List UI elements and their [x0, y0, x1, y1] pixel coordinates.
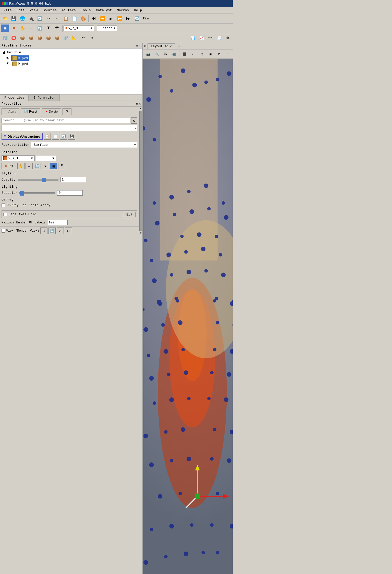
open-file-btn[interactable]: 📂	[1, 15, 9, 22]
display-save-btn[interactable]: 💾	[68, 133, 75, 140]
screenshot-btn[interactable]: 📷	[144, 50, 152, 58]
paste-btn[interactable]: 📄	[70, 15, 79, 22]
display-button[interactable]: Display (Unstructure	[2, 133, 43, 140]
hover-btn[interactable]: 🖱	[232, 50, 233, 58]
coloring-mode-select[interactable]: ▼	[36, 156, 56, 161]
orbit-btn[interactable]: ⊙	[88, 34, 96, 42]
specular-value[interactable]	[57, 190, 83, 196]
display-refresh-btn[interactable]: 🔄	[60, 133, 67, 140]
layout-add-btn[interactable]: +	[176, 44, 182, 49]
menu-catalyst[interactable]: Catalyst	[94, 8, 114, 13]
select-surface-btn[interactable]: ◻	[189, 50, 197, 58]
box4-btn[interactable]: 📦	[44, 34, 53, 42]
scrollbar-thumb[interactable]	[139, 111, 142, 231]
disconnect-btn[interactable]: 🔌	[27, 15, 35, 22]
view-btn[interactable]: ▣	[1, 25, 9, 32]
fav-btn[interactable]: ❤	[42, 163, 49, 169]
view-icon2[interactable]: 🔄	[48, 228, 56, 234]
color-btn[interactable]: 🎨	[79, 15, 87, 22]
box2-btn[interactable]: 📦	[27, 34, 35, 42]
text-btn[interactable]: T	[44, 25, 53, 32]
pipeline-cpvd[interactable]: C.pvd	[11, 55, 29, 61]
bar-chart-btn[interactable]: 📉	[215, 34, 223, 42]
prev-frame-btn[interactable]: ⏪	[98, 15, 106, 22]
box3-btn[interactable]: 📦	[36, 34, 44, 42]
properties-scrollbar[interactable]: ▲ ▼	[139, 107, 142, 235]
box1-btn[interactable]: 📦	[18, 34, 27, 42]
pipeline-float-btn[interactable]: ⊞	[136, 44, 138, 47]
polygon-select-btn[interactable]: ⬡	[224, 50, 232, 58]
interp-btn[interactable]: E	[58, 163, 65, 169]
reset-button[interactable]: 🔄 Reset	[21, 108, 40, 115]
pipeline-ppvd[interactable]: P.pvd	[11, 61, 29, 67]
opacity-slider[interactable]	[18, 179, 58, 181]
help-button[interactable]: ?	[63, 108, 71, 115]
connect-btn[interactable]: 🌐	[18, 15, 27, 22]
menu-macros[interactable]: Macros	[115, 8, 131, 13]
source-icon-btn[interactable]: ■	[10, 25, 18, 32]
arrows2-btn[interactable]: ⇔	[26, 163, 33, 169]
prop-close-btn[interactable]: ✕	[139, 102, 141, 106]
rescale-data-btn[interactable]: ✋	[17, 163, 24, 169]
redo-btn[interactable]: ↪	[53, 15, 61, 22]
view-checkbox[interactable]	[2, 229, 5, 233]
colorbar-btn[interactable]: ▦	[50, 163, 57, 169]
layout-tab-close[interactable]: ✕	[170, 44, 172, 48]
menu-help[interactable]: Help	[132, 8, 144, 13]
sphere-btn[interactable]: ⭕	[10, 34, 18, 42]
loop-btn[interactable]: 🔄	[133, 15, 141, 22]
display-copy-btn[interactable]: 📋	[44, 133, 51, 140]
coloring-var-select[interactable]: V_s_1 ▼	[2, 156, 35, 161]
opacity-thumb[interactable]	[42, 178, 46, 182]
max-labels-value[interactable]	[47, 220, 68, 225]
undo-btn[interactable]: ↩	[44, 15, 53, 22]
time-chart-btn[interactable]: 📈	[198, 34, 206, 42]
menu-view[interactable]: View	[28, 8, 40, 13]
menu-file[interactable]: File	[2, 8, 14, 13]
menu-edit[interactable]: Edit	[15, 8, 27, 13]
menu-filters[interactable]: Filters	[60, 8, 78, 13]
save-btn[interactable]: 💾	[10, 15, 18, 22]
chart-btn[interactable]: 📊	[189, 34, 197, 42]
rubber-band-btn[interactable]: ⬚	[198, 50, 206, 58]
copy-btn[interactable]: 📋	[62, 15, 70, 22]
apply-button[interactable]: ✓ Apply	[2, 108, 19, 115]
arrows-btn[interactable]: ⇔	[27, 25, 35, 32]
pipeline-close-btn[interactable]: ✕	[139, 44, 141, 47]
ospray-scale-checkbox[interactable]	[2, 204, 5, 207]
first-frame-btn[interactable]: ⏮	[90, 15, 98, 22]
wave2-btn[interactable]: 〰	[206, 34, 214, 42]
eye-toolbar-btn[interactable]: 👁	[53, 25, 61, 32]
prop-float-btn[interactable]: ⊞	[136, 102, 138, 106]
cpvd-visibility-btn[interactable]: 👁	[5, 56, 10, 60]
display-paste-btn[interactable]: 📄	[52, 133, 59, 140]
representation-select[interactable]: Surface	[31, 142, 137, 148]
view-2d-btn[interactable]: 2D	[161, 50, 169, 58]
layout-tab[interactable]: Layout #1 ✕	[148, 43, 175, 49]
data-axes-edit-btn[interactable]: Edit	[123, 212, 136, 217]
opacity-value[interactable]	[60, 177, 86, 182]
specular-thumb[interactable]	[20, 191, 24, 196]
menu-sources[interactable]: Sources	[41, 8, 59, 13]
tab-properties[interactable]: Properties	[0, 94, 29, 101]
search-input[interactable]	[2, 118, 130, 123]
rescale3-btn[interactable]: 🔄	[34, 163, 41, 169]
view-icon4[interactable]: ⊡	[65, 228, 72, 234]
search-options-btn[interactable]: ⚙	[131, 117, 137, 124]
snow-btn[interactable]: ❄	[224, 34, 232, 42]
scroll-up-btn[interactable]: ▲	[139, 107, 142, 111]
refresh-btn[interactable]: 🔄	[36, 15, 44, 22]
source-dropdown[interactable]: ■ V_s_1 ▼	[64, 26, 94, 31]
view-icon1[interactable]: ⊞	[40, 228, 47, 234]
tab-information[interactable]: Information	[29, 94, 60, 101]
calculator-btn[interactable]: 🔢	[1, 34, 9, 42]
rotate-btn[interactable]: 🔄	[36, 25, 44, 32]
ppvd-visibility-btn[interactable]: 👁	[5, 62, 10, 66]
edit-colormap-btn[interactable]: ■ Edit	[2, 163, 16, 169]
menu-tools[interactable]: Tools	[79, 8, 93, 13]
ruler-btn[interactable]: 📐	[70, 34, 79, 42]
select-cells-btn[interactable]: ⬛	[180, 50, 189, 58]
representation-dropdown[interactable]: Surface ▼	[97, 26, 117, 31]
data-axes-checkbox[interactable]	[3, 213, 7, 216]
next-frame-btn[interactable]: ⏩	[116, 15, 124, 22]
